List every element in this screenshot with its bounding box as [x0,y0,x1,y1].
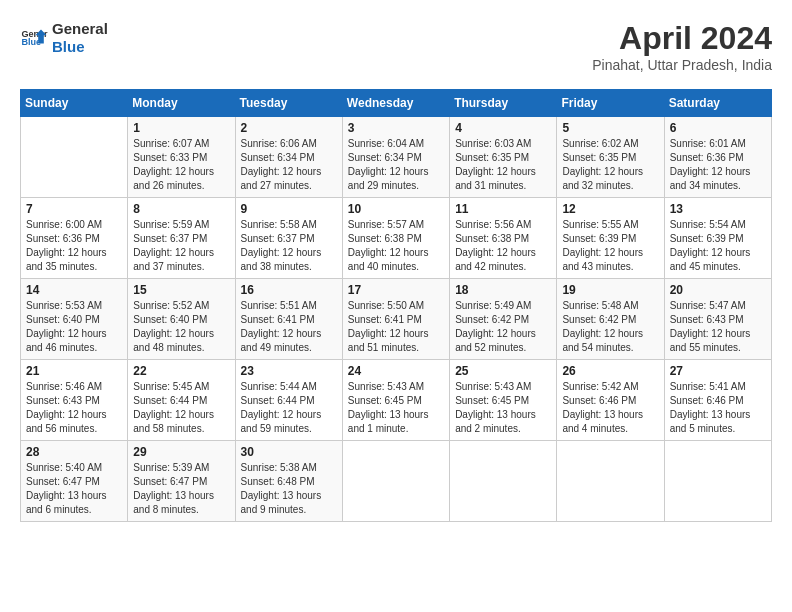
day-info: Sunrise: 5:44 AM Sunset: 6:44 PM Dayligh… [241,380,337,436]
col-header-friday: Friday [557,90,664,117]
col-header-saturday: Saturday [664,90,771,117]
day-info: Sunrise: 5:46 AM Sunset: 6:43 PM Dayligh… [26,380,122,436]
day-number: 3 [348,121,444,135]
day-number: 8 [133,202,229,216]
day-number: 25 [455,364,551,378]
day-number: 16 [241,283,337,297]
logo-text-blue: Blue [52,38,108,56]
week-row-1: 1Sunrise: 6:07 AM Sunset: 6:33 PM Daylig… [21,117,772,198]
day-cell: 14Sunrise: 5:53 AM Sunset: 6:40 PM Dayli… [21,279,128,360]
day-cell: 21Sunrise: 5:46 AM Sunset: 6:43 PM Dayli… [21,360,128,441]
day-info: Sunrise: 5:53 AM Sunset: 6:40 PM Dayligh… [26,299,122,355]
day-info: Sunrise: 5:41 AM Sunset: 6:46 PM Dayligh… [670,380,766,436]
day-cell: 11Sunrise: 5:56 AM Sunset: 6:38 PM Dayli… [450,198,557,279]
day-cell: 19Sunrise: 5:48 AM Sunset: 6:42 PM Dayli… [557,279,664,360]
logo-icon: General Blue [20,24,48,52]
day-cell: 1Sunrise: 6:07 AM Sunset: 6:33 PM Daylig… [128,117,235,198]
day-number: 15 [133,283,229,297]
day-cell: 24Sunrise: 5:43 AM Sunset: 6:45 PM Dayli… [342,360,449,441]
day-number: 1 [133,121,229,135]
day-number: 23 [241,364,337,378]
day-cell: 18Sunrise: 5:49 AM Sunset: 6:42 PM Dayli… [450,279,557,360]
day-cell: 28Sunrise: 5:40 AM Sunset: 6:47 PM Dayli… [21,441,128,522]
day-info: Sunrise: 5:58 AM Sunset: 6:37 PM Dayligh… [241,218,337,274]
day-cell: 8Sunrise: 5:59 AM Sunset: 6:37 PM Daylig… [128,198,235,279]
day-cell: 2Sunrise: 6:06 AM Sunset: 6:34 PM Daylig… [235,117,342,198]
day-cell: 16Sunrise: 5:51 AM Sunset: 6:41 PM Dayli… [235,279,342,360]
day-number: 6 [670,121,766,135]
day-info: Sunrise: 5:52 AM Sunset: 6:40 PM Dayligh… [133,299,229,355]
day-number: 4 [455,121,551,135]
col-header-tuesday: Tuesday [235,90,342,117]
day-info: Sunrise: 6:06 AM Sunset: 6:34 PM Dayligh… [241,137,337,193]
logo: General Blue General Blue [20,20,108,56]
week-row-5: 28Sunrise: 5:40 AM Sunset: 6:47 PM Dayli… [21,441,772,522]
day-info: Sunrise: 6:03 AM Sunset: 6:35 PM Dayligh… [455,137,551,193]
day-cell: 6Sunrise: 6:01 AM Sunset: 6:36 PM Daylig… [664,117,771,198]
day-cell: 20Sunrise: 5:47 AM Sunset: 6:43 PM Dayli… [664,279,771,360]
title-area: April 2024 Pinahat, Uttar Pradesh, India [592,20,772,73]
day-info: Sunrise: 5:54 AM Sunset: 6:39 PM Dayligh… [670,218,766,274]
day-number: 12 [562,202,658,216]
col-header-sunday: Sunday [21,90,128,117]
day-cell: 15Sunrise: 5:52 AM Sunset: 6:40 PM Dayli… [128,279,235,360]
day-number: 29 [133,445,229,459]
day-number: 26 [562,364,658,378]
day-number: 27 [670,364,766,378]
logo-text-general: General [52,20,108,38]
day-cell: 3Sunrise: 6:04 AM Sunset: 6:34 PM Daylig… [342,117,449,198]
day-info: Sunrise: 5:48 AM Sunset: 6:42 PM Dayligh… [562,299,658,355]
day-cell: 12Sunrise: 5:55 AM Sunset: 6:39 PM Dayli… [557,198,664,279]
day-cell: 30Sunrise: 5:38 AM Sunset: 6:48 PM Dayli… [235,441,342,522]
day-cell: 22Sunrise: 5:45 AM Sunset: 6:44 PM Dayli… [128,360,235,441]
header: General Blue General Blue April 2024 Pin… [20,20,772,73]
day-info: Sunrise: 5:50 AM Sunset: 6:41 PM Dayligh… [348,299,444,355]
week-row-4: 21Sunrise: 5:46 AM Sunset: 6:43 PM Dayli… [21,360,772,441]
day-number: 5 [562,121,658,135]
day-number: 21 [26,364,122,378]
day-cell: 17Sunrise: 5:50 AM Sunset: 6:41 PM Dayli… [342,279,449,360]
day-cell [342,441,449,522]
day-info: Sunrise: 6:01 AM Sunset: 6:36 PM Dayligh… [670,137,766,193]
day-info: Sunrise: 5:56 AM Sunset: 6:38 PM Dayligh… [455,218,551,274]
day-cell [557,441,664,522]
day-number: 13 [670,202,766,216]
day-info: Sunrise: 5:49 AM Sunset: 6:42 PM Dayligh… [455,299,551,355]
day-number: 28 [26,445,122,459]
day-number: 30 [241,445,337,459]
day-cell: 26Sunrise: 5:42 AM Sunset: 6:46 PM Dayli… [557,360,664,441]
day-info: Sunrise: 5:55 AM Sunset: 6:39 PM Dayligh… [562,218,658,274]
day-info: Sunrise: 5:43 AM Sunset: 6:45 PM Dayligh… [348,380,444,436]
day-number: 7 [26,202,122,216]
day-cell: 5Sunrise: 6:02 AM Sunset: 6:35 PM Daylig… [557,117,664,198]
week-row-2: 7Sunrise: 6:00 AM Sunset: 6:36 PM Daylig… [21,198,772,279]
day-cell: 23Sunrise: 5:44 AM Sunset: 6:44 PM Dayli… [235,360,342,441]
day-number: 20 [670,283,766,297]
day-cell: 4Sunrise: 6:03 AM Sunset: 6:35 PM Daylig… [450,117,557,198]
day-info: Sunrise: 6:07 AM Sunset: 6:33 PM Dayligh… [133,137,229,193]
day-info: Sunrise: 5:43 AM Sunset: 6:45 PM Dayligh… [455,380,551,436]
day-cell: 29Sunrise: 5:39 AM Sunset: 6:47 PM Dayli… [128,441,235,522]
day-number: 10 [348,202,444,216]
calendar-table: SundayMondayTuesdayWednesdayThursdayFrid… [20,89,772,522]
col-header-wednesday: Wednesday [342,90,449,117]
day-info: Sunrise: 5:57 AM Sunset: 6:38 PM Dayligh… [348,218,444,274]
day-info: Sunrise: 5:39 AM Sunset: 6:47 PM Dayligh… [133,461,229,517]
day-number: 24 [348,364,444,378]
day-number: 17 [348,283,444,297]
day-number: 14 [26,283,122,297]
day-info: Sunrise: 5:51 AM Sunset: 6:41 PM Dayligh… [241,299,337,355]
day-number: 9 [241,202,337,216]
day-info: Sunrise: 5:45 AM Sunset: 6:44 PM Dayligh… [133,380,229,436]
day-info: Sunrise: 5:42 AM Sunset: 6:46 PM Dayligh… [562,380,658,436]
col-header-monday: Monday [128,90,235,117]
col-header-thursday: Thursday [450,90,557,117]
day-cell: 9Sunrise: 5:58 AM Sunset: 6:37 PM Daylig… [235,198,342,279]
calendar-subtitle: Pinahat, Uttar Pradesh, India [592,57,772,73]
day-info: Sunrise: 6:02 AM Sunset: 6:35 PM Dayligh… [562,137,658,193]
day-cell [664,441,771,522]
day-number: 19 [562,283,658,297]
day-cell: 25Sunrise: 5:43 AM Sunset: 6:45 PM Dayli… [450,360,557,441]
day-cell: 10Sunrise: 5:57 AM Sunset: 6:38 PM Dayli… [342,198,449,279]
day-cell [21,117,128,198]
